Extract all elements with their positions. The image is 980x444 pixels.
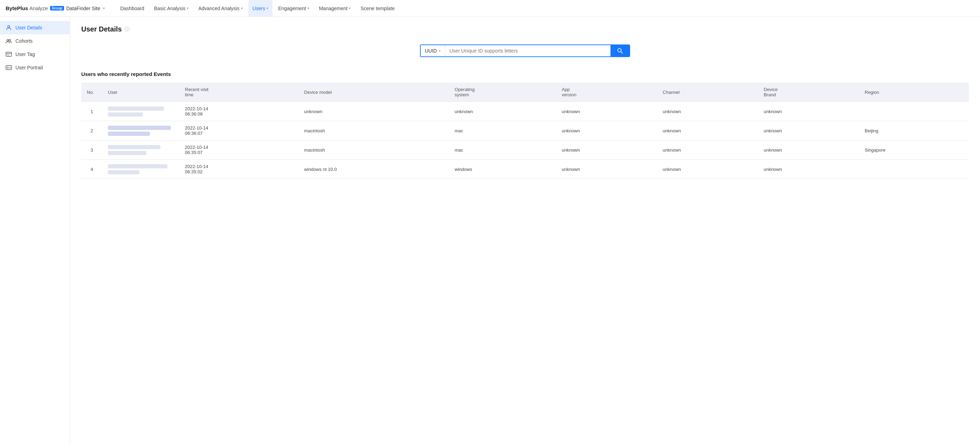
cohorts-icon bbox=[6, 38, 12, 44]
nav-management[interactable]: Management ▾ bbox=[315, 0, 355, 17]
sidebar-item-user-portrait[interactable]: User Portrait bbox=[0, 61, 70, 74]
cell-app-version: unknown bbox=[556, 140, 657, 160]
search-button[interactable] bbox=[611, 45, 629, 56]
cell-no: 3 bbox=[81, 140, 102, 160]
cell-os: mac bbox=[449, 140, 556, 160]
cell-user bbox=[102, 102, 179, 121]
cell-visit-time: 2022-10-14 06:35:02 bbox=[179, 160, 298, 179]
search-section: UUID ▾ bbox=[81, 45, 969, 57]
svg-rect-6 bbox=[6, 65, 11, 70]
col-device-model: Device model bbox=[298, 83, 449, 102]
nav-management-arrow: ▾ bbox=[349, 6, 351, 10]
search-bar: UUID ▾ bbox=[420, 45, 630, 57]
search-type-label: UUID bbox=[425, 48, 437, 54]
col-device-brand: DeviceBrand bbox=[758, 83, 859, 102]
svg-point-2 bbox=[9, 40, 11, 41]
svg-point-1 bbox=[7, 40, 9, 41]
cell-device-model: macintosh bbox=[298, 121, 449, 140]
cell-region: Singapore bbox=[859, 140, 969, 160]
main-content: User Details ⓘ UUID ▾ Users w bbox=[70, 17, 980, 444]
cell-app-version: unknown bbox=[556, 102, 657, 121]
table-header: No. User Recent visittime Device model O… bbox=[81, 83, 969, 102]
cell-channel: unknown bbox=[657, 140, 758, 160]
cell-visit-time: 2022-10-14 06:35:07 bbox=[179, 140, 298, 160]
cell-app-version: unknown bbox=[556, 160, 657, 179]
cell-os: unknown bbox=[449, 102, 556, 121]
search-icon bbox=[617, 48, 623, 54]
table-body: 1 2022-10-14 06:36:09 unknown unknown un… bbox=[81, 102, 969, 179]
cell-visit-time: 2022-10-14 06:36:07 bbox=[179, 121, 298, 140]
main-layout: User Details Cohorts User Tag bbox=[0, 17, 980, 444]
search-type-selector[interactable]: UUID ▾ bbox=[421, 45, 445, 56]
cell-user bbox=[102, 160, 179, 179]
svg-rect-3 bbox=[6, 52, 11, 56]
col-region: Region bbox=[859, 83, 969, 102]
group-badge: Group bbox=[50, 6, 64, 11]
table-header-row: No. User Recent visittime Device model O… bbox=[81, 83, 969, 102]
table-row: 2 2022-10-14 06:36:07 macintosh mac unkn… bbox=[81, 121, 969, 140]
col-user: User bbox=[102, 83, 179, 102]
cell-no: 4 bbox=[81, 160, 102, 179]
svg-line-11 bbox=[621, 52, 623, 54]
svg-point-7 bbox=[7, 67, 8, 68]
cell-no: 1 bbox=[81, 102, 102, 121]
cell-user bbox=[102, 121, 179, 140]
nav-scene-template[interactable]: Scene template bbox=[356, 0, 399, 17]
cell-device-brand: unknown bbox=[758, 102, 859, 121]
user-portrait-icon bbox=[6, 64, 12, 71]
sidebar-item-cohorts[interactable]: Cohorts bbox=[0, 34, 70, 48]
col-no: No. bbox=[81, 83, 102, 102]
col-channel: Channel bbox=[657, 83, 758, 102]
nav-basic-analysis-arrow: ▾ bbox=[187, 6, 188, 10]
cell-os: mac bbox=[449, 121, 556, 140]
nav-users-arrow: ▾ bbox=[267, 6, 268, 10]
user-details-icon bbox=[6, 24, 12, 31]
cell-channel: unknown bbox=[657, 121, 758, 140]
nav-advanced-analysis-arrow: ▾ bbox=[241, 6, 243, 10]
nav-engagement-arrow: ▾ bbox=[307, 6, 309, 10]
cell-device-model: macintosh bbox=[298, 140, 449, 160]
nav-dashboard[interactable]: Dashboard bbox=[116, 0, 148, 17]
sidebar: User Details Cohorts User Tag bbox=[0, 17, 70, 444]
cell-device-brand: unknown bbox=[758, 121, 859, 140]
site-dropdown-arrow[interactable]: ▾ bbox=[103, 6, 105, 10]
search-type-arrow: ▾ bbox=[439, 49, 441, 53]
cell-channel: unknown bbox=[657, 102, 758, 121]
users-table: No. User Recent visittime Device model O… bbox=[81, 83, 969, 179]
col-visit-time: Recent visittime bbox=[179, 83, 298, 102]
nav-basic-analysis[interactable]: Basic Analysis ▾ bbox=[150, 0, 192, 17]
site-name: DataFinder Site bbox=[66, 6, 100, 11]
col-os: Operatingsystem bbox=[449, 83, 556, 102]
cell-user bbox=[102, 140, 179, 160]
table-section: Users who recently reported Events No. U… bbox=[81, 71, 969, 179]
cell-device-model: unknown bbox=[298, 102, 449, 121]
nav-engagement[interactable]: Engagement ▾ bbox=[274, 0, 313, 17]
cell-no: 2 bbox=[81, 121, 102, 140]
cell-region bbox=[859, 160, 969, 179]
sidebar-item-user-details[interactable]: User Details bbox=[0, 21, 70, 34]
brand-logo: BytePlus Analyze Group DataFinder Site ▾ bbox=[6, 5, 110, 11]
table-row: 4 2022-10-14 06:35:02 windows nt 10.0 wi… bbox=[81, 160, 969, 179]
cell-device-model: windows nt 10.0 bbox=[298, 160, 449, 179]
cell-visit-time: 2022-10-14 06:36:09 bbox=[179, 102, 298, 121]
cell-os: windows bbox=[449, 160, 556, 179]
nav-users[interactable]: Users ▾ bbox=[248, 0, 273, 17]
page-title: User Details bbox=[81, 25, 122, 33]
svg-point-0 bbox=[8, 25, 10, 28]
sidebar-item-user-tag[interactable]: User Tag bbox=[0, 48, 70, 61]
user-tag-icon bbox=[6, 51, 12, 57]
table-row: 3 2022-10-14 06:35:07 macintosh mac unkn… bbox=[81, 140, 969, 160]
info-icon[interactable]: ⓘ bbox=[125, 26, 130, 33]
cell-device-brand: unknown bbox=[758, 160, 859, 179]
col-app-version: Appversion bbox=[556, 83, 657, 102]
table-row: 1 2022-10-14 06:36:09 unknown unknown un… bbox=[81, 102, 969, 121]
cell-channel: unknown bbox=[657, 160, 758, 179]
section-title: Users who recently reported Events bbox=[81, 71, 969, 77]
page-title-row: User Details ⓘ bbox=[81, 25, 969, 33]
cell-device-brand: unknown bbox=[758, 140, 859, 160]
cell-region: Beijing bbox=[859, 121, 969, 140]
cell-region bbox=[859, 102, 969, 121]
nav-advanced-analysis[interactable]: Advanced Analysis ▾ bbox=[194, 0, 247, 17]
brand-text: BytePlus Analyze bbox=[6, 5, 48, 11]
search-input[interactable] bbox=[445, 45, 611, 56]
